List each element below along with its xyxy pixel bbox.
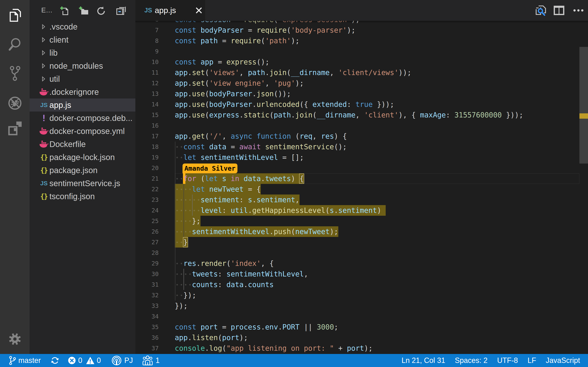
tree-item-label: node_modules [49,59,103,72]
refresh-button[interactable] [96,6,106,16]
tab-bar: JS app.js [135,0,588,21]
tree-item-label: package-lock.json [49,151,115,164]
git-branch-icon [9,356,16,365]
chevron-right-icon [42,50,45,56]
encoding-item[interactable]: UTF-8 [497,354,518,367]
tree-item-client[interactable]: client [30,33,135,46]
debug-icon[interactable] [0,96,30,110]
bracket-match-box [299,174,304,184]
tab-label: app.js [155,0,176,21]
tree-item-label: Dockerfile [49,138,86,151]
tree-item-.vscode[interactable]: .vscode [30,20,135,33]
explorer-sidebar: E... [30,0,135,354]
cursor-position-item[interactable]: Ln 21, Col 31 [402,354,445,367]
tree-item-label: lib [49,46,58,59]
tree-item-label: app.js [49,99,71,111]
tab-appjs[interactable]: JS app.js [135,0,205,21]
new-file-button[interactable] [60,6,70,16]
tree-item-label: docker-compose.yml [49,125,125,138]
sync-item[interactable] [51,354,59,367]
scrollbar-slider[interactable] [579,47,588,164]
live-share-icon [112,355,122,366]
search-icon[interactable] [0,37,30,52]
braces-file-icon: {} [37,164,51,177]
braces-file-icon: {} [37,151,51,164]
tree-item-tsconfig.json[interactable]: {}tsconfig.json [30,190,135,203]
js-file-icon: JS [144,0,152,21]
docker-file-icon [37,138,51,151]
tree-item-label: client [49,33,68,46]
docker-file-icon [37,85,51,99]
live-share-participant-tag: Amanda Silver [182,164,237,173]
chevron-right-icon [42,63,45,69]
people-icon [142,356,153,365]
tree-item-label: util [49,72,60,85]
new-folder-button[interactable] [78,6,89,16]
chevron-right-icon [42,37,45,43]
tab-shadow [135,21,588,23]
split-editor-icon[interactable] [551,2,567,18]
tree-item-label: sentimentService.js [49,177,120,190]
overview-ruler-selection-mark [579,113,588,119]
editor-group: JS app.js [135,0,588,354]
explorer-icon[interactable] [0,8,30,22]
tree-item-docker-compose.yml[interactable]: docker-compose.yml [30,125,135,138]
chevron-right-icon [42,24,45,30]
source-control-icon[interactable] [0,66,30,81]
bracket-match-box [183,237,188,247]
live-share-label: PJ [124,356,133,365]
settings-gear-icon[interactable] [0,333,30,345]
tree-item-docker-compose.deb...[interactable]: !docker-compose.deb... [30,111,135,125]
braces-file-icon: {} [37,190,51,203]
activity-bar [0,0,30,354]
tab-close-icon[interactable] [192,3,206,17]
docker-file-icon [37,125,51,138]
decoration-layer: Amanda Silver [135,21,588,354]
chevron-right-icon [42,76,45,82]
live-share-item[interactable]: PJ [112,354,133,367]
eol-item[interactable]: LF [527,354,536,367]
vscode-window: E... [0,0,588,367]
tree-item-package-lock.json[interactable]: {}package-lock.json [30,151,135,164]
tree-item-app.js[interactable]: JSapp.js [30,99,135,111]
tree-item-label: package.json [49,164,98,177]
error-count: 0 [78,356,82,365]
editor-scrollbar[interactable] [579,21,588,354]
extensions-icon[interactable] [0,121,30,136]
sidebar-title: E... [41,6,52,14]
tree-item-label: tsconfig.json [49,190,95,203]
git-branch-item[interactable]: master [9,354,41,367]
js-file-icon: JS [37,177,51,190]
tree-item-Dockerfile[interactable]: Dockerfile [30,138,135,151]
code-editor[interactable]: 6const session = require('express-sessio… [135,21,588,354]
sync-icon [51,356,59,365]
branch-name: master [18,356,41,365]
status-bar: master 0 [0,354,588,367]
problems-item[interactable]: 0 0 [68,354,101,367]
language-item[interactable]: JavaScript [546,354,580,367]
tree-item-package.json[interactable]: {}package.json [30,164,135,177]
tree-item-node-modules[interactable]: node_modules [30,59,135,72]
warning-icon [86,356,95,365]
tree-item-sentimentService.js[interactable]: JSsentimentService.js [30,177,135,190]
more-actions-icon[interactable] [571,2,586,18]
js-file-icon: JS [37,99,51,111]
collapse-all-button[interactable] [116,6,126,16]
search-editor-icon[interactable] [533,2,549,18]
warning-count: 0 [97,356,101,365]
tree-item-util[interactable]: util [30,72,135,85]
participants-item[interactable]: 1 [142,354,160,367]
exclaim-file-icon: ! [37,111,51,125]
tree-item-.dockerignore[interactable]: .dockerignore [30,85,135,99]
error-icon [68,356,76,365]
tree-item-label: .vscode [49,20,78,33]
tree-item-lib[interactable]: lib [30,46,135,59]
tree-item-label: .dockerignore [49,85,99,99]
tree-item-label: docker-compose.deb... [49,111,132,125]
indentation-item[interactable]: Spaces: 2 [455,354,488,367]
participant-count: 1 [156,356,160,365]
